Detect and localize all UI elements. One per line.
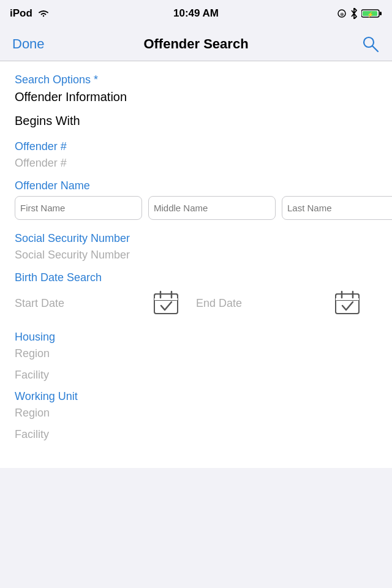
done-button[interactable]: Done <box>12 36 45 52</box>
carrier-wifi: iPod <box>10 7 50 20</box>
first-name-input[interactable] <box>15 196 142 220</box>
page-title: Offender Search <box>143 36 248 52</box>
search-options-value[interactable]: Offender Information <box>15 90 377 104</box>
birth-date-label: Birth Date Search <box>15 271 377 284</box>
svg-rect-10 <box>154 298 178 300</box>
housing-facility-input[interactable]: Facility <box>15 369 377 382</box>
name-fields-row <box>15 196 377 220</box>
ssn-label: Social Security Number <box>15 232 377 245</box>
middle-name-input[interactable] <box>148 196 276 220</box>
svg-text:⚡: ⚡ <box>367 11 374 18</box>
last-name-input[interactable] <box>282 196 392 220</box>
ssn-input[interactable]: Social Security Number <box>15 249 377 262</box>
working-unit-region-input[interactable]: Region <box>15 407 377 420</box>
working-unit-facility-input[interactable]: Facility <box>15 428 377 441</box>
svg-text:⊕: ⊕ <box>340 12 344 17</box>
svg-line-7 <box>373 46 379 51</box>
bluetooth-icon <box>350 8 358 19</box>
housing-label: Housing <box>15 331 377 344</box>
offender-name-label: Offender Name <box>15 179 377 192</box>
carrier-label: iPod <box>10 7 32 20</box>
working-unit-label: Working Unit <box>15 390 377 403</box>
search-icon[interactable] <box>361 35 380 53</box>
status-bar: iPod 10:49 AM ⊕ ⚡ <box>0 0 392 27</box>
start-date-calendar-icon[interactable] <box>151 288 181 318</box>
start-date-field[interactable]: Start Date <box>15 297 151 310</box>
svg-rect-15 <box>336 298 359 300</box>
nav-bar: Done Offender Search <box>0 27 392 61</box>
rotation-lock-icon: ⊕ <box>337 9 347 18</box>
wifi-icon <box>37 9 50 18</box>
begins-with-value[interactable]: Begins With <box>15 114 377 128</box>
end-date-field[interactable]: End Date <box>196 297 332 310</box>
housing-region-input[interactable]: Region <box>15 347 377 360</box>
svg-point-6 <box>364 37 374 47</box>
end-date-calendar-icon[interactable] <box>332 288 363 318</box>
battery-icon: ⚡ <box>361 9 382 18</box>
date-row: Start Date End Date <box>15 288 377 318</box>
status-right-icons: ⊕ ⚡ <box>337 8 382 19</box>
offender-number-label: Offender # <box>15 140 377 153</box>
status-time: 10:49 AM <box>173 7 219 20</box>
form-content: Search Options * Offender Information Be… <box>0 61 392 468</box>
offender-number-input[interactable]: Offender # <box>15 157 377 170</box>
search-options-label: Search Options * <box>15 74 377 86</box>
svg-rect-4 <box>380 12 382 15</box>
